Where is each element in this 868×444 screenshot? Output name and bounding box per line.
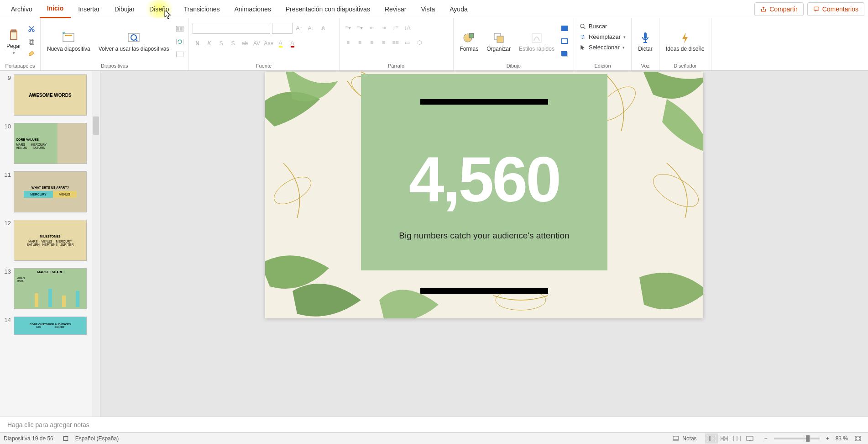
justify-button[interactable]: ≡	[379, 37, 389, 48]
tab-archivo[interactable]: Archivo	[4, 0, 40, 18]
lightning-icon	[678, 31, 692, 45]
align-right-button[interactable]: ≡	[367, 37, 377, 48]
find-button[interactable]: Buscar	[578, 22, 609, 31]
arrange-button[interactable]: Organizar	[484, 30, 513, 53]
smartart-button[interactable]: ⬡	[414, 37, 424, 48]
svg-rect-7	[63, 33, 74, 42]
zoom-level[interactable]: 83 %	[836, 435, 848, 442]
shadow-button[interactable]: S	[228, 38, 238, 48]
normal-view-button[interactable]	[705, 433, 718, 444]
char-spacing-button[interactable]: AV	[252, 38, 262, 48]
share-label: Compartir	[769, 5, 797, 13]
numbering-button[interactable]: ≡▾	[355, 23, 365, 33]
shapes-button[interactable]: Formas	[457, 30, 481, 53]
cut-button[interactable]	[26, 24, 37, 34]
svg-rect-6	[30, 40, 34, 44]
font-size-input[interactable]	[272, 23, 293, 34]
slide-thumb-9[interactable]: 9 AWESOME WORDS	[0, 71, 100, 119]
svg-rect-38	[721, 436, 724, 438]
tab-inicio[interactable]: Inicio	[40, 0, 71, 18]
columns-button[interactable]: ≡≡	[391, 37, 401, 48]
reading-view-button[interactable]	[731, 433, 743, 444]
font-color-button[interactable]: A	[288, 38, 298, 48]
change-case-button[interactable]: Aa▾	[264, 38, 274, 48]
layout-button[interactable]	[175, 24, 185, 34]
format-painter-button[interactable]	[26, 49, 37, 59]
new-slide-button[interactable]: Nueva diapositiva	[44, 30, 93, 53]
replace-button[interactable]: Reemplazar ▾	[578, 32, 627, 41]
accessibility-icon[interactable]	[63, 435, 69, 442]
current-slide[interactable]: 4,560 Big numbers catch your audience's …	[265, 72, 703, 318]
tab-vista[interactable]: Vista	[413, 0, 442, 18]
subtitle-text: Big numbers catch your audience's attent…	[265, 231, 703, 241]
notes-label[interactable]: Notas	[682, 435, 696, 442]
tab-dibujar[interactable]: Dibujar	[107, 0, 142, 18]
comment-icon	[813, 6, 820, 12]
decrease-font-button[interactable]: A↓	[306, 23, 316, 33]
slide-thumb-12[interactable]: 12 MILESTONES MARSVENUSMERCURY SATURNNEP…	[0, 216, 100, 264]
section-button[interactable]	[175, 49, 185, 59]
tab-diseno[interactable]: Diseño	[142, 0, 177, 18]
design-ideas-button[interactable]: Ideas de diseño	[663, 30, 707, 53]
slide-thumb-10[interactable]: 10 CORE VALUES MARSMERCURY VENUSSATURN	[0, 119, 100, 168]
group-label-clipboard: Portapapeles	[4, 63, 37, 69]
bold-button[interactable]: N	[193, 38, 203, 48]
clear-format-button[interactable]: A̷	[318, 23, 328, 33]
strike-button[interactable]: ab	[240, 38, 250, 48]
notes-pane[interactable]: Haga clic para agregar notas	[0, 417, 868, 432]
tab-revisar[interactable]: Revisar	[377, 0, 413, 18]
sorter-view-button[interactable]	[718, 433, 731, 444]
tab-transiciones[interactable]: Transiciones	[177, 0, 227, 18]
slide-thumb-13[interactable]: 13 MARKET SHARE VENUSMARS	[0, 264, 100, 313]
font-family-input[interactable]	[193, 23, 270, 34]
slide-number: 9	[2, 74, 11, 81]
tab-presentacion[interactable]: Presentación con diapositivas	[278, 0, 377, 18]
select-button[interactable]: Seleccionar ▾	[578, 43, 627, 52]
slideshow-view-button[interactable]	[743, 433, 756, 444]
reuse-slides-button[interactable]: Volver a usar las diapositivas	[96, 30, 172, 53]
reset-button[interactable]	[175, 37, 185, 47]
dictate-button[interactable]: Dictar	[635, 30, 655, 53]
share-button[interactable]: Compartir	[754, 2, 803, 16]
slide-number: 10	[2, 123, 11, 130]
thumbnail-scrollbar[interactable]	[92, 71, 100, 417]
zoom-out-button[interactable]: −	[762, 435, 770, 442]
quick-styles-button[interactable]: Estilos rápidos	[516, 30, 557, 53]
zoom-slider-handle[interactable]	[806, 435, 810, 442]
shape-effects-button[interactable]	[560, 49, 570, 59]
line-spacing-button[interactable]: ↕≡	[391, 23, 401, 33]
slide-thumbnail-panel[interactable]: 9 AWESOME WORDS 10 CORE VALUES MARSMERCU…	[0, 71, 100, 417]
increase-indent-button[interactable]: ⇥	[379, 23, 389, 33]
highlight-button[interactable]: A	[276, 38, 286, 48]
arrange-icon	[492, 31, 506, 45]
paste-button[interactable]: Pegar ▾	[4, 27, 24, 56]
align-text-button[interactable]: ▭	[403, 37, 413, 48]
scrollbar-thumb[interactable]	[93, 116, 99, 135]
svg-rect-8	[65, 35, 72, 36]
slide-thumb-14[interactable]: 14 CORE CUSTOMER AUDIENCES AGEGENDER	[0, 313, 100, 338]
tab-ayuda[interactable]: Ayuda	[442, 0, 475, 18]
increase-font-button[interactable]: A↑	[294, 23, 304, 33]
zoom-in-button[interactable]: +	[823, 435, 832, 442]
quick-styles-label: Estilos rápidos	[519, 46, 554, 52]
dictate-label: Dictar	[638, 46, 652, 52]
copy-button[interactable]	[26, 37, 37, 47]
tab-animaciones[interactable]: Animaciones	[227, 0, 278, 18]
align-left-button[interactable]: ≡	[343, 37, 353, 48]
tab-insertar[interactable]: Insertar	[71, 0, 107, 18]
slide-thumb-11[interactable]: 11 WHAT SETS US APART? MERCURYVENUS	[0, 168, 100, 216]
decrease-indent-button[interactable]: ⇤	[367, 23, 377, 33]
bullets-button[interactable]: ≡▾	[343, 23, 353, 33]
language-status[interactable]: Español (España)	[75, 435, 119, 442]
slide-editor[interactable]: 4,560 Big numbers catch your audience's …	[100, 71, 868, 417]
text-direction-button[interactable]: ↕A	[403, 23, 413, 33]
zoom-slider[interactable]	[774, 438, 820, 439]
shape-fill-button[interactable]	[560, 24, 570, 34]
comments-button[interactable]: Comentarios	[807, 2, 864, 16]
italic-button[interactable]: K	[204, 38, 214, 48]
notes-toggle-button[interactable]	[669, 433, 682, 444]
shape-outline-button[interactable]	[560, 37, 570, 47]
underline-button[interactable]: S	[216, 38, 226, 48]
align-center-button[interactable]: ≡	[355, 37, 365, 48]
fit-window-button[interactable]	[852, 433, 864, 444]
